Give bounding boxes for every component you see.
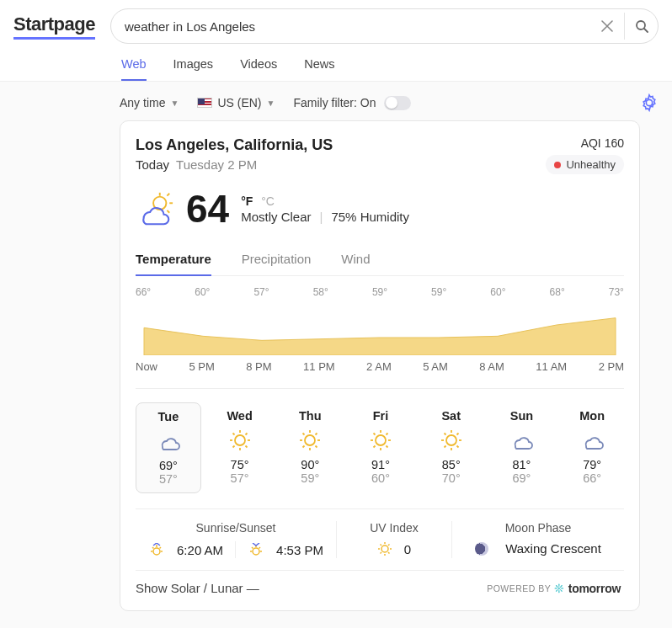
day-high: 79° bbox=[562, 458, 622, 471]
svg-line-13 bbox=[245, 434, 247, 435]
filter-locale[interactable]: US (EN) ▼ bbox=[197, 96, 275, 109]
day-low: 66° bbox=[562, 471, 622, 485]
current-temp: 64 bbox=[186, 186, 229, 232]
weather-card: Los Angeles, California, US Today Tuesda… bbox=[120, 120, 640, 611]
provider-name: tomorrow bbox=[568, 582, 621, 595]
filter-time[interactable]: Any time ▼ bbox=[120, 96, 179, 109]
tab-web[interactable]: Web bbox=[121, 49, 147, 81]
powered-by[interactable]: POWERED BY ❊ tomorrow bbox=[487, 582, 624, 595]
hourly-temp: 60° bbox=[490, 286, 505, 298]
search-input[interactable] bbox=[125, 19, 594, 34]
header: Startpage Web Images Videos News bbox=[0, 0, 672, 82]
today-time: Tuesday 2 PM bbox=[176, 157, 257, 172]
forecast-day[interactable]: Sun81°69° bbox=[490, 402, 554, 493]
family-filter-toggle[interactable] bbox=[384, 96, 411, 110]
filter-family[interactable]: Family filter: On bbox=[293, 96, 411, 110]
sun-icon bbox=[377, 541, 392, 556]
hourly-time: 8 AM bbox=[479, 360, 504, 373]
hourly-time: 5 AM bbox=[423, 360, 448, 373]
sunrise-icon bbox=[148, 543, 165, 556]
moon-phase: Waxing Crescent bbox=[505, 541, 601, 556]
tab-wind[interactable]: Wind bbox=[341, 247, 370, 275]
forecast-day[interactable]: Mon79°66° bbox=[560, 402, 624, 493]
svg-line-4 bbox=[167, 194, 169, 196]
sun-icon bbox=[210, 428, 270, 453]
day-low: 57° bbox=[138, 472, 199, 486]
unit-fahrenheit[interactable]: °F bbox=[241, 194, 253, 208]
chevron-down-icon: ▼ bbox=[170, 98, 179, 108]
tab-news[interactable]: News bbox=[304, 49, 334, 81]
svg-point-54 bbox=[381, 546, 388, 552]
svg-line-39 bbox=[456, 446, 458, 448]
gear-icon[interactable] bbox=[640, 93, 659, 112]
result-tabs: Web Images Videos News bbox=[121, 49, 659, 81]
unit-celsius[interactable]: °C bbox=[261, 194, 275, 208]
day-name: Wed bbox=[210, 409, 270, 423]
hourly-temp: 58° bbox=[313, 286, 328, 298]
brand-logo[interactable]: Startpage bbox=[13, 13, 95, 40]
forecast-day[interactable]: Fri91°60° bbox=[349, 402, 413, 493]
svg-line-20 bbox=[303, 434, 305, 435]
svg-line-46 bbox=[152, 547, 154, 549]
tab-videos[interactable]: Videos bbox=[240, 49, 277, 81]
svg-line-41 bbox=[444, 446, 445, 448]
svg-line-62 bbox=[380, 552, 381, 554]
aqi-badge: Unhealthy bbox=[546, 155, 624, 174]
svg-line-32 bbox=[374, 446, 376, 448]
day-high: 90° bbox=[280, 458, 340, 471]
filter-locale-label: US (EN) bbox=[217, 96, 261, 109]
tab-images[interactable]: Images bbox=[173, 49, 214, 81]
aqi-status: Unhealthy bbox=[566, 158, 616, 171]
svg-line-21 bbox=[316, 446, 317, 448]
day-high: 75° bbox=[210, 458, 270, 471]
forecast-day[interactable]: Sat85°70° bbox=[419, 402, 483, 493]
cloud-icon bbox=[492, 428, 552, 453]
separator: | bbox=[320, 210, 323, 224]
hourly-time: 11 AM bbox=[536, 360, 567, 373]
sun-icon bbox=[350, 428, 411, 453]
cloud-icon bbox=[562, 428, 622, 453]
forecast-day[interactable]: Tue69°57° bbox=[136, 402, 201, 493]
show-solar-lunar[interactable]: Show Solar / Lunar — bbox=[136, 581, 259, 595]
svg-point-33 bbox=[446, 435, 456, 445]
day-low: 57° bbox=[210, 471, 270, 485]
location-name: Los Angeles, California, US bbox=[136, 136, 333, 154]
svg-point-24 bbox=[376, 435, 386, 445]
hourly-time: 8 PM bbox=[246, 360, 271, 373]
forecast-day[interactable]: Wed75°57° bbox=[208, 402, 272, 493]
hourly-chart: 66°60°57°58°59°59°60°68°73° Now5 PM8 PM1… bbox=[136, 286, 624, 373]
svg-line-52 bbox=[252, 547, 253, 549]
svg-point-6 bbox=[235, 435, 245, 445]
today-label: Today bbox=[136, 157, 169, 172]
forecast-day[interactable]: Thu90°59° bbox=[278, 402, 342, 493]
tab-precipitation[interactable]: Precipitation bbox=[242, 247, 312, 275]
svg-line-60 bbox=[388, 552, 390, 554]
sunset-time: 4:53 PM bbox=[276, 543, 323, 557]
day-high: 85° bbox=[421, 458, 482, 471]
search-icon[interactable] bbox=[624, 13, 651, 40]
svg-line-38 bbox=[444, 434, 445, 435]
day-name: Thu bbox=[280, 409, 340, 423]
svg-line-59 bbox=[380, 545, 381, 546]
svg-line-31 bbox=[387, 434, 388, 435]
hourly-temp: 59° bbox=[372, 286, 387, 298]
hourly-time: 2 AM bbox=[366, 360, 392, 373]
svg-line-5 bbox=[167, 210, 169, 213]
svg-line-29 bbox=[374, 434, 376, 435]
svg-line-47 bbox=[160, 547, 162, 549]
hourly-time: 5 PM bbox=[189, 360, 214, 373]
day-name: Tue bbox=[138, 410, 199, 423]
search-box bbox=[110, 8, 659, 44]
tomorrow-logo-icon: ❊ bbox=[554, 582, 565, 595]
sunrise-sunset-label: Sunrise/Sunset bbox=[136, 521, 336, 535]
hourly-time: 2 PM bbox=[599, 360, 624, 373]
moon-icon bbox=[475, 542, 488, 556]
hourly-time: 11 PM bbox=[303, 360, 335, 373]
cloud-icon bbox=[138, 428, 199, 454]
day-name: Fri bbox=[350, 409, 411, 423]
day-high: 81° bbox=[492, 458, 552, 471]
clear-icon[interactable] bbox=[594, 13, 621, 40]
aqi-readout: AQI 160 bbox=[546, 136, 624, 150]
uv-label: UV Index bbox=[337, 521, 451, 535]
tab-temperature[interactable]: Temperature bbox=[136, 247, 211, 276]
